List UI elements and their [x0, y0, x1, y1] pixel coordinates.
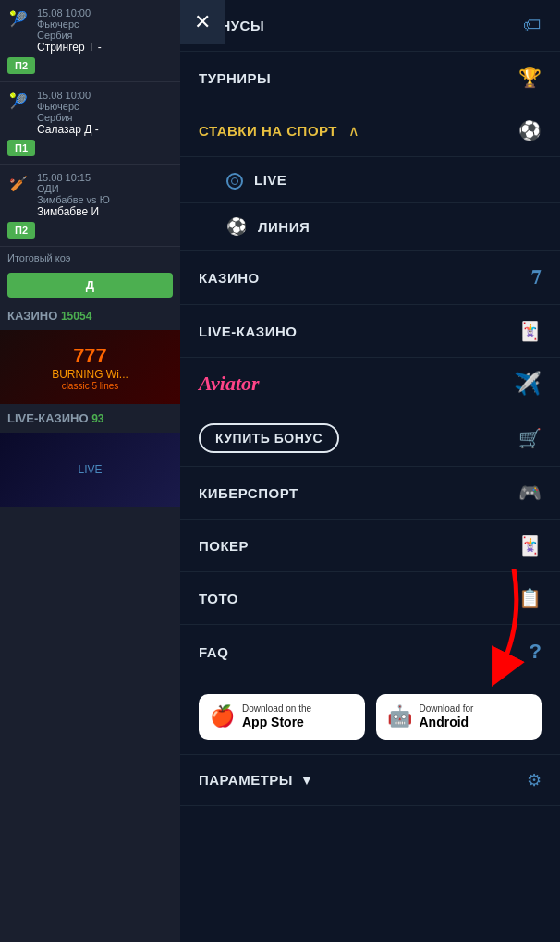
params-chevron-icon: ▼ — [300, 773, 313, 788]
casino-icon: 𝟕 — [531, 265, 542, 289]
sport-icon-1: 🎾 — [7, 7, 30, 30]
line-label: ЛИНИЯ — [258, 219, 310, 235]
tournaments-label: ТУРНИРЫ — [199, 70, 271, 86]
params-label: ПАРАМЕТРЫ — [199, 772, 293, 788]
android-download-button[interactable]: 🤖 Download for Android — [376, 694, 542, 740]
cybersport-label: КИБЕРСПОРТ — [199, 485, 298, 501]
poker-label: ПОКЕР — [199, 538, 249, 554]
live-casino-section-label: LIVE-КАЗИНО 93 — [0, 404, 180, 433]
appstore-large-text: App Store — [242, 715, 311, 730]
appstore-download-button[interactable]: 🍎 Download on the App Store — [199, 694, 365, 740]
result-badge-1: П2 — [7, 57, 35, 74]
menu-item-toto[interactable]: ТОТО 📋 — [180, 572, 560, 625]
itog-label: Итоговый коэ — [7, 252, 70, 263]
sport-icon-3: 🏏 — [7, 172, 30, 194]
faq-label: FAQ — [199, 644, 228, 660]
android-large-text: Android — [420, 715, 474, 730]
menu-item-live[interactable]: LIVE — [180, 157, 560, 203]
casino-777-text: 777 — [52, 344, 128, 368]
toto-icon: 📋 — [518, 587, 542, 609]
casino-tagline: classic 5 lines — [52, 381, 128, 391]
apple-icon: 🍎 — [210, 704, 235, 728]
match-league-2: ФьючерсСербия — [37, 101, 173, 123]
casino-label: КАЗИНО — [199, 270, 260, 286]
line-icon: ⚽ — [226, 216, 247, 237]
match-item-3[interactable]: 🏏 15.08 10:15 ОДИЗимбабве vs Ю Зимбабве … — [0, 165, 180, 247]
result-badge-3: П2 — [7, 222, 35, 239]
match-item-2[interactable]: 🎾 15.08 10:00 ФьючерсСербия Салазар Д - … — [0, 82, 180, 165]
poker-icon: 🃏 — [518, 534, 542, 557]
live-icon — [226, 170, 243, 190]
menu-item-faq[interactable]: FAQ ? — [180, 625, 560, 679]
aviator-label: Aviator — [199, 372, 260, 396]
match-name-3: Зимбабве И — [37, 205, 173, 218]
live-casino-content: LIVE — [78, 463, 102, 476]
sport-bets-label: СТАВКИ НА СПОРТ — [199, 123, 337, 139]
faq-icon: ? — [530, 640, 542, 664]
match-name-1: Стрингер Т - — [37, 41, 173, 54]
android-icon: 🤖 — [387, 704, 412, 728]
bonuses-icon: 🏷 — [523, 15, 542, 36]
download-row: 🍎 Download on the App Store 🤖 Download f… — [180, 679, 560, 755]
casino-section-label: КАЗИНО 15054 — [0, 301, 180, 330]
itog-row: Итоговый коэ — [0, 247, 180, 269]
menu-item-bonuses[interactable]: БОНУСЫ 🏷 — [180, 0, 560, 52]
live-casino-banner[interactable]: LIVE — [0, 433, 180, 507]
toto-label: ТОТО — [199, 591, 238, 606]
buy-bonus-button[interactable]: КУПИТЬ БОНУС — [199, 423, 339, 453]
match-time-3: 15.08 10:15 — [37, 172, 173, 183]
sport-icon-2: 🎾 — [7, 90, 30, 112]
match-item-1[interactable]: 🎾 15.08 10:00 ФьючерсСербия Стрингер Т -… — [0, 0, 180, 82]
casino-banner[interactable]: 777 BURNING Wi... classic 5 lines — [0, 330, 180, 404]
live-casino-icon: 🃏 — [518, 320, 542, 342]
bet-button[interactable]: Д — [7, 273, 173, 298]
sport-bets-icon: ⚽ — [518, 119, 542, 141]
menu-item-buy-bonus[interactable]: КУПИТЬ БОНУС 🛒 — [180, 410, 560, 467]
close-button[interactable]: ✕ — [180, 0, 225, 44]
appstore-small-text: Download on the — [242, 703, 311, 715]
menu-item-cybersport[interactable]: КИБЕРСПОРТ 🎮 — [180, 467, 560, 520]
live-label: LIVE — [254, 172, 286, 188]
android-small-text: Download for — [420, 703, 474, 715]
params-settings-icon: ⚙ — [527, 770, 542, 790]
menu-item-params[interactable]: ПАРАМЕТРЫ ▼ ⚙ — [180, 755, 560, 806]
left-panel: 🎾 15.08 10:00 ФьючерсСербия Стрингер Т -… — [0, 0, 180, 942]
burning-text: BURNING Wi... — [52, 368, 128, 381]
match-league-3: ОДИЗимбабве vs Ю — [37, 183, 173, 205]
right-panel: ✕ БОНУСЫ 🏷 ТУРНИРЫ 🏆 СТАВКИ НА СПОРТ ∧ ⚽… — [180, 0, 560, 942]
menu-item-casino[interactable]: КАЗИНО 𝟕 — [180, 251, 560, 305]
buy-bonus-icon: 🛒 — [518, 427, 542, 449]
match-name-2: Салазар Д - — [37, 123, 173, 136]
menu-item-sport-bets[interactable]: СТАВКИ НА СПОРТ ∧ ⚽ — [180, 104, 560, 157]
aviator-plane-icon: ✈️ — [514, 371, 542, 397]
cybersport-icon: 🎮 — [518, 482, 542, 504]
live-casino-label: LIVE-КАЗИНО — [199, 324, 298, 339]
menu-item-line[interactable]: ⚽ ЛИНИЯ — [180, 203, 560, 251]
match-time-2: 15.08 10:00 — [37, 90, 173, 101]
match-league-1: ФьючерсСербия — [37, 18, 173, 41]
menu-item-aviator[interactable]: Aviator ✈️ — [180, 358, 560, 410]
tournaments-icon: 🏆 — [518, 67, 542, 89]
result-badge-2: П1 — [7, 140, 35, 156]
menu-item-tournaments[interactable]: ТУРНИРЫ 🏆 — [180, 52, 560, 104]
menu-item-live-casino[interactable]: LIVE-КАЗИНО 🃏 — [180, 305, 560, 358]
menu-item-poker[interactable]: ПОКЕР 🃏 — [180, 520, 560, 572]
match-time-1: 15.08 10:00 — [37, 7, 173, 18]
expand-icon: ∧ — [348, 122, 359, 140]
